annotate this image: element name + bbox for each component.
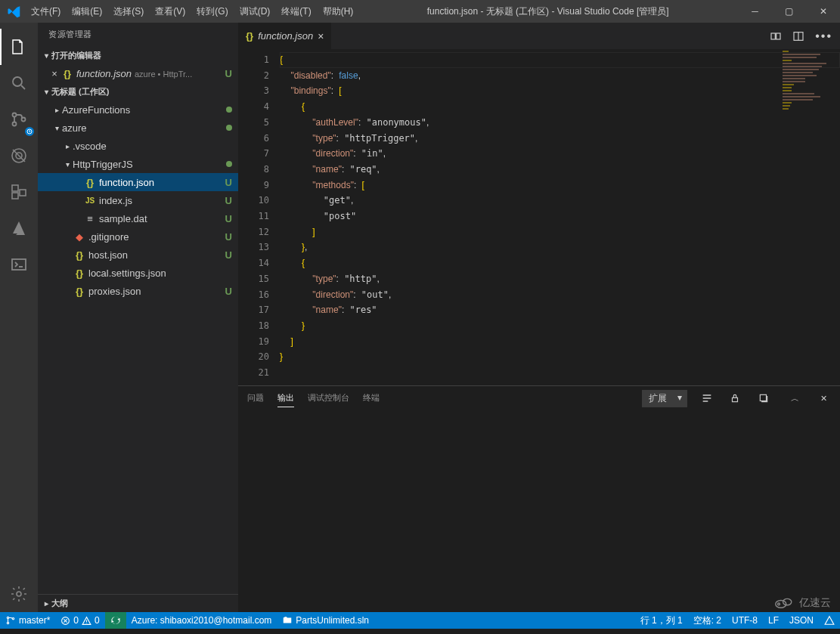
explorer-sidebar: 资源管理器 ▾打开的编辑器 × {} function.jsonazure • … bbox=[38, 23, 238, 612]
menu-item[interactable]: 终端(T) bbox=[277, 3, 315, 20]
debug-icon[interactable] bbox=[0, 138, 38, 174]
sidebar-title: 资源管理器 bbox=[38, 23, 238, 46]
vscode-logo-icon bbox=[0, 5, 26, 18]
svg-point-11 bbox=[17, 592, 21, 596]
panel-tab[interactable]: 输出 bbox=[277, 389, 294, 407]
panel-tab[interactable]: 终端 bbox=[363, 389, 380, 407]
tree-item[interactable]: ≡sample.datU bbox=[38, 209, 238, 227]
close-tab-icon[interactable]: × bbox=[318, 30, 324, 42]
lock-scroll-icon[interactable] bbox=[730, 393, 745, 404]
tree-item[interactable]: {}function.jsonU bbox=[38, 173, 238, 191]
open-editors-section[interactable]: ▾打开的编辑器 bbox=[38, 46, 238, 64]
svg-point-17 bbox=[7, 617, 8, 618]
minimap[interactable] bbox=[780, 49, 840, 170]
title-bar: 文件(F)编辑(E)选择(S)查看(V)转到(G)调试(D)终端(T)帮助(H)… bbox=[0, 0, 840, 23]
svg-rect-12 bbox=[771, 33, 775, 39]
settings-gear-icon[interactable] bbox=[0, 576, 38, 612]
menu-item[interactable]: 编辑(E) bbox=[67, 3, 107, 20]
menu-item[interactable]: 帮助(H) bbox=[318, 3, 358, 20]
code-editor[interactable]: { "disabled": false, "bindings": [ { "au… bbox=[280, 49, 840, 385]
git-branch[interactable]: master* bbox=[0, 612, 55, 629]
tree-item[interactable]: ▸AzureFunctions bbox=[38, 101, 238, 119]
window-title: function.json - 无标题 (工作区) - Visual Studi… bbox=[358, 5, 738, 18]
close-button[interactable]: ✕ bbox=[806, 0, 840, 23]
menu-item[interactable]: 选择(S) bbox=[109, 3, 148, 20]
svg-rect-16 bbox=[760, 394, 766, 401]
output-channel-dropdown[interactable]: 扩展 bbox=[642, 390, 687, 407]
activity-bar bbox=[0, 23, 38, 612]
line-numbers: 123456789101112131415161718192021 bbox=[238, 49, 280, 385]
svg-rect-15 bbox=[733, 397, 738, 401]
panel-up-icon[interactable]: ︿ bbox=[787, 393, 802, 404]
menu-item[interactable]: 查看(V) bbox=[150, 3, 190, 20]
svg-point-0 bbox=[13, 77, 22, 86]
json-icon: {} bbox=[246, 30, 253, 42]
source-control-icon[interactable] bbox=[0, 101, 38, 138]
compare-icon[interactable] bbox=[770, 30, 782, 42]
tree-item[interactable]: JSindex.jsU bbox=[38, 191, 238, 209]
menu-item[interactable]: 调试(D) bbox=[235, 3, 275, 20]
minimize-button[interactable]: ─ bbox=[738, 0, 772, 23]
editor-tabs: {} function.json × ••• bbox=[238, 23, 840, 49]
split-editor-icon[interactable] bbox=[792, 30, 804, 42]
svg-rect-9 bbox=[20, 190, 26, 196]
panel-close-icon[interactable]: ✕ bbox=[816, 394, 831, 404]
outline-section[interactable]: ▸大纲 bbox=[38, 594, 238, 612]
status-bar: master* 0 0 Azure: shibaoxi2010@hotmail.… bbox=[0, 612, 840, 629]
open-log-icon[interactable] bbox=[758, 393, 773, 404]
menu-item[interactable]: 文件(F) bbox=[26, 3, 65, 20]
close-icon[interactable]: × bbox=[48, 68, 60, 79]
tree-item[interactable]: ▸.vscode bbox=[38, 137, 238, 155]
workspace-section[interactable]: ▾无标题 (工作区) bbox=[38, 82, 238, 101]
explorer-icon[interactable] bbox=[0, 29, 38, 65]
open-editor-item[interactable]: × {} function.jsonazure • HttpTr... U bbox=[38, 64, 238, 82]
git-status-badge: U bbox=[225, 68, 232, 79]
svg-point-3 bbox=[22, 118, 26, 122]
tree-item[interactable]: {}proxies.jsonU bbox=[38, 282, 238, 300]
tree-item[interactable]: {}host.jsonU bbox=[38, 246, 238, 264]
svg-point-2 bbox=[13, 122, 17, 126]
extensions-icon[interactable] bbox=[0, 174, 38, 210]
tree-item[interactable]: ▾azure bbox=[38, 119, 238, 137]
solution-status[interactable]: PartsUnlimited.sln bbox=[277, 612, 374, 629]
svg-point-1 bbox=[13, 113, 17, 117]
menu-item[interactable]: 转到(G) bbox=[192, 3, 232, 20]
svg-rect-8 bbox=[12, 193, 18, 199]
menu-bar: 文件(F)编辑(E)选择(S)查看(V)转到(G)调试(D)终端(T)帮助(H) bbox=[26, 3, 358, 20]
azure-account[interactable]: Azure: shibaoxi2010@hotmail.com bbox=[126, 612, 277, 629]
encoding-status[interactable]: UTF-8 bbox=[727, 612, 763, 629]
tab-function-json[interactable]: {} function.json × bbox=[238, 23, 332, 49]
eol-status[interactable]: LF bbox=[763, 612, 784, 629]
azure-icon[interactable] bbox=[0, 210, 38, 246]
json-icon: {} bbox=[60, 68, 74, 79]
search-icon[interactable] bbox=[0, 65, 38, 101]
svg-rect-7 bbox=[12, 185, 18, 191]
more-actions-icon[interactable]: ••• bbox=[815, 29, 832, 43]
bottom-panel: 问题输出调试控制台终端 扩展 ︿ ✕ bbox=[238, 385, 840, 612]
language-mode[interactable]: JSON bbox=[784, 612, 819, 629]
editor-area: {} function.json × ••• 12345678910111213… bbox=[238, 23, 840, 612]
svg-point-18 bbox=[7, 622, 8, 623]
maximize-button[interactable]: ▢ bbox=[772, 0, 806, 23]
problems-status[interactable]: 0 0 bbox=[55, 612, 104, 629]
svg-point-22 bbox=[783, 598, 792, 605]
panel-tab[interactable]: 调试控制台 bbox=[308, 389, 349, 407]
watermark: 亿速云 bbox=[773, 596, 831, 610]
panel-tab[interactable]: 问题 bbox=[247, 389, 264, 407]
clear-output-icon[interactable] bbox=[701, 392, 716, 404]
feedback-icon[interactable] bbox=[819, 612, 840, 629]
tree-item[interactable]: {}local.settings.json bbox=[38, 264, 238, 282]
svg-rect-13 bbox=[776, 33, 780, 39]
cursor-position[interactable]: 行 1，列 1 bbox=[635, 612, 688, 629]
indent-status[interactable]: 空格: 2 bbox=[688, 612, 727, 629]
tab-label: function.json bbox=[258, 30, 313, 42]
svg-rect-10 bbox=[12, 259, 26, 270]
svg-point-23 bbox=[778, 603, 780, 605]
sync-status[interactable] bbox=[105, 612, 126, 629]
tree-item[interactable]: ◆.gitignoreU bbox=[38, 227, 238, 246]
terminal-icon[interactable] bbox=[0, 246, 38, 283]
tree-item[interactable]: ▾HttpTriggerJS bbox=[38, 155, 238, 173]
